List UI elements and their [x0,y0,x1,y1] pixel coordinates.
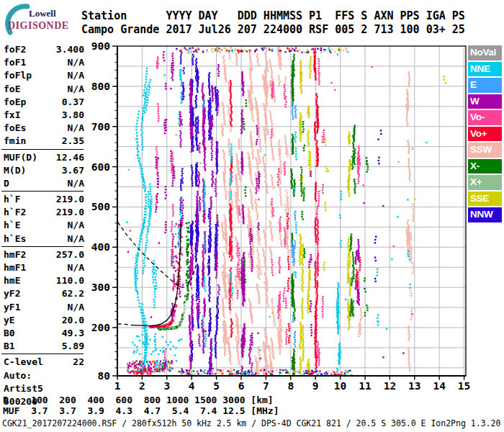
muf-scale-row: MUF 3.7 3.7 3.9 4.3 4.7 5.4 7.4 12.5 [MH… [3,405,279,416]
svg-text:10: 10 [334,380,346,392]
footer-text: CGK21_2017207224000.RSF / 280fx512h 50 k… [2,418,500,428]
legend-item-nnw: NNW [468,207,502,222]
legend-item-w: W [468,94,502,109]
svg-text:4: 4 [189,380,195,392]
svg-text:15: 15 [458,380,470,392]
legend-item-nne: NNE [468,62,502,77]
svg-text:9: 9 [312,380,319,392]
svg-text:5: 5 [213,380,220,392]
svg-text:500: 500 [91,201,110,212]
svg-text:600: 600 [91,161,110,173]
legend-item-sse: SSE [468,192,502,207]
svg-text:700: 700 [91,121,110,132]
doppler-direction-legend: NoValNNEEWVo-Vo+SSWX-X+SSENNW [468,45,503,224]
svg-text:8: 8 [287,380,294,392]
svg-text:400: 400 [91,241,110,253]
legend-item-noval: NoVal [468,45,502,60]
svg-text:200: 200 [91,322,110,333]
svg-text:1: 1 [114,380,121,392]
legend-item-voplus: Vo+ [468,127,502,142]
ionogram-viewer: { "logo": {"top": "Lowell", "bottom": "D… [0,0,504,432]
svg-text:900: 900 [91,40,110,52]
svg-text:11: 11 [359,380,372,392]
legend-item-vominus: Vo- [468,110,502,125]
legend-item-ssw: SSW [468,143,502,158]
svg-text:300: 300 [91,282,110,293]
svg-text:12: 12 [384,380,396,392]
svg-text:13: 13 [408,380,420,392]
svg-text:14: 14 [433,380,446,392]
svg-text:7: 7 [263,380,269,392]
d-scale-row: D 100 200 400 600 800 1000 1500 3000 [km… [3,395,274,405]
svg-text:2: 2 [139,380,145,392]
svg-text:6: 6 [238,380,245,392]
svg-text:80: 80 [98,370,110,382]
ionogram-plot: 9008007006005004003002008012345678910111… [0,0,504,432]
svg-text:3: 3 [163,380,170,392]
svg-text:800: 800 [91,81,110,92]
legend-item-xplus: X+ [468,175,502,190]
legend-item-xminus: X- [468,159,502,174]
legend-item-e: E [468,78,502,93]
